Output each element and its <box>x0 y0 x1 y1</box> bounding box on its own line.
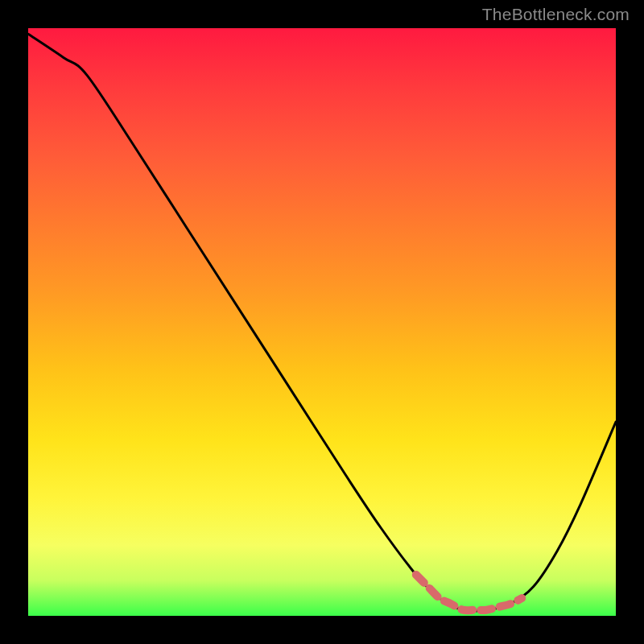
bottleneck-curve-path <box>28 34 616 611</box>
plot-area <box>28 28 616 616</box>
chart-frame: TheBottleneck.com <box>0 0 644 644</box>
sweet-spot-highlight-path <box>416 575 522 610</box>
watermark-text: TheBottleneck.com <box>482 5 630 24</box>
curve-svg <box>28 28 616 616</box>
